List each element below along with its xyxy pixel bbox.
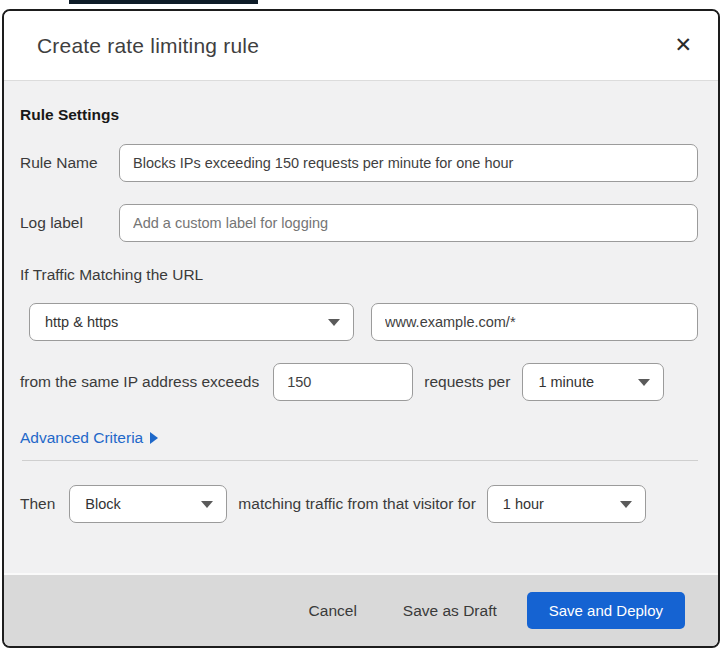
action-select[interactable]: Block xyxy=(69,485,227,523)
background-page-topbar xyxy=(69,0,258,4)
requests-per-label: requests per xyxy=(424,373,510,391)
period-select[interactable]: 1 minute xyxy=(522,363,664,401)
request-threshold-input[interactable] xyxy=(273,363,413,401)
chevron-down-icon xyxy=(328,319,340,326)
traffic-match-intro: If Traffic Matching the URL xyxy=(20,266,698,284)
dialog-body: Rule Settings Rule Name Log label If Tra… xyxy=(4,81,718,573)
duration-select[interactable]: 1 hour xyxy=(487,485,646,523)
rule-name-input[interactable] xyxy=(119,144,698,182)
dialog-title: Create rate limiting rule xyxy=(37,34,259,58)
threshold-label: from the same IP address exceeds xyxy=(20,373,259,391)
save-and-deploy-button[interactable]: Save and Deploy xyxy=(527,592,685,629)
rule-name-label: Rule Name xyxy=(20,154,119,172)
log-label-label: Log label xyxy=(20,214,119,232)
scheme-select[interactable]: http & https xyxy=(29,303,354,341)
duration-select-value: 1 hour xyxy=(503,496,544,512)
create-rate-limiting-rule-dialog: Create rate limiting rule ✕ Rule Setting… xyxy=(2,9,720,648)
chevron-down-icon xyxy=(638,379,650,386)
url-match-row: http & https xyxy=(20,303,698,341)
advanced-criteria-link[interactable]: Advanced Criteria xyxy=(20,429,158,447)
url-pattern-input[interactable] xyxy=(371,303,698,341)
period-select-value: 1 minute xyxy=(538,374,594,390)
log-label-row: Log label xyxy=(20,204,698,242)
section-divider xyxy=(22,460,698,461)
dialog-header: Create rate limiting rule ✕ xyxy=(4,11,718,81)
dialog-footer: Cancel Save as Draft Save and Deploy xyxy=(4,573,718,646)
rule-name-row: Rule Name xyxy=(20,144,698,182)
advanced-criteria-label: Advanced Criteria xyxy=(20,429,143,447)
scheme-select-value: http & https xyxy=(45,314,118,330)
cancel-button[interactable]: Cancel xyxy=(297,594,369,628)
chevron-down-icon xyxy=(620,501,632,508)
rule-settings-heading: Rule Settings xyxy=(20,106,698,124)
log-label-input[interactable] xyxy=(119,204,698,242)
action-row: Then Block matching traffic from that vi… xyxy=(20,485,698,523)
then-label: Then xyxy=(20,495,55,513)
duration-label: matching traffic from that visitor for xyxy=(238,495,475,513)
close-icon[interactable]: ✕ xyxy=(668,31,698,60)
chevron-down-icon xyxy=(201,501,213,508)
save-as-draft-button[interactable]: Save as Draft xyxy=(391,594,509,628)
expand-arrow-icon xyxy=(150,432,158,444)
threshold-row: from the same IP address exceeds request… xyxy=(20,363,698,401)
action-select-value: Block xyxy=(85,496,120,512)
